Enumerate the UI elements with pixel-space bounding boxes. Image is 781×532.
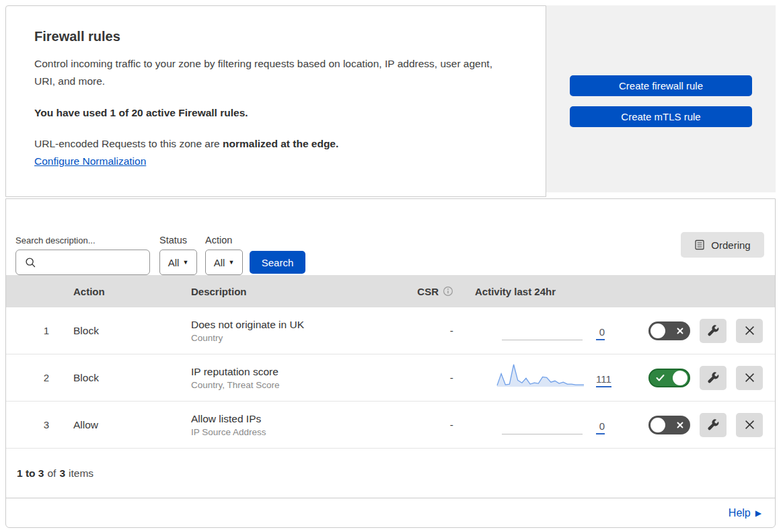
table-row: 3 Allow Allow listed IPs IP Source Addre… (6, 402, 775, 449)
normalization-note: URL-encoded Requests to this zone are no… (34, 138, 517, 150)
toggle-knob (650, 324, 665, 338)
table-header-row: Action Description CSR Activity last 24h… (6, 275, 775, 307)
rule-enabled-toggle[interactable] (648, 321, 690, 340)
rule-fields: Country (191, 333, 408, 343)
status-label: Status (159, 235, 197, 245)
delete-rule-button[interactable] (736, 319, 763, 343)
rule-fields: IP Source Address (191, 427, 408, 437)
rule-priority: 2 (6, 372, 73, 383)
help-label: Help (729, 507, 751, 519)
close-icon (745, 420, 755, 430)
rules-list-card: Search description... Status All ▼ Actio… (5, 198, 776, 528)
edit-rule-button[interactable] (700, 366, 727, 390)
column-header-action: Action (73, 286, 191, 297)
action-dropdown-value: All (214, 257, 225, 268)
rule-activity-cell: 0 (453, 402, 623, 448)
info-icon[interactable] (443, 286, 453, 297)
rule-enabled-toggle[interactable] (648, 369, 690, 387)
chevron-down-icon: ▼ (182, 259, 188, 266)
chevron-down-icon: ▼ (228, 259, 234, 266)
rule-controls (623, 413, 775, 437)
status-dropdown-value: All (168, 257, 180, 268)
column-header-description: Description (191, 286, 408, 297)
table-row: 2 Block IP reputation score Country, Thr… (6, 354, 775, 402)
configure-normalization-link[interactable]: Configure Normalization (34, 155, 146, 167)
csr-header-label: CSR (417, 286, 439, 297)
activity-count-link[interactable]: 0 (596, 420, 605, 434)
close-icon (745, 326, 755, 336)
rules-table-body: 1 Block Does not originate in UK Country… (6, 307, 775, 449)
activity-sparkline (496, 363, 585, 387)
rule-description-cell: Allow listed IPs IP Source Address (191, 413, 408, 437)
activity-sparkline (496, 410, 585, 434)
rule-enabled-toggle[interactable] (648, 416, 690, 434)
rule-csr-value: - (408, 419, 453, 431)
search-group: Search description... (15, 235, 150, 275)
create-mtls-rule-button[interactable]: Create mTLS rule (570, 106, 752, 127)
toggle-state-icon (677, 328, 683, 334)
rule-priority: 3 (6, 419, 73, 430)
rule-csr-value: - (408, 325, 453, 337)
pagination-of: of (47, 467, 56, 480)
page-title: Firewall rules (34, 29, 517, 44)
top-section: Firewall rules Control incoming traffic … (5, 5, 776, 197)
rule-description-cell: Does not originate in UK Country (191, 319, 408, 343)
edit-rule-button[interactable] (700, 319, 727, 343)
column-header-csr: CSR (408, 286, 453, 297)
search-label: Search description... (15, 235, 150, 245)
status-dropdown[interactable]: All ▼ (159, 250, 197, 275)
action-filter-group: Action All ▼ (205, 235, 243, 275)
activity-count-link[interactable]: 0 (596, 326, 605, 340)
toggle-knob (673, 371, 687, 385)
delete-rule-button[interactable] (736, 366, 763, 390)
rule-fields: Country, Threat Score (191, 380, 408, 390)
rule-action: Block (73, 372, 191, 384)
toggle-state-icon (656, 374, 665, 381)
pagination-total: 3 (59, 467, 65, 479)
create-firewall-rule-button[interactable]: Create firewall rule (570, 75, 752, 96)
ordering-button-label: Ordering (711, 239, 750, 251)
rule-controls (623, 366, 775, 390)
edit-rule-button[interactable] (700, 413, 727, 437)
firewall-rules-page: Firewall rules Control incoming traffic … (0, 0, 781, 528)
search-box[interactable] (15, 250, 150, 275)
status-filter-group: Status All ▼ (159, 235, 197, 275)
actions-panel: Create firewall rule Create mTLS rule (546, 5, 776, 192)
normalization-bold-text: normalized at the edge. (223, 138, 338, 149)
toggle-knob (650, 418, 665, 432)
arrow-right-icon: ▶ (755, 508, 761, 518)
rule-activity-cell: 111 (453, 354, 623, 401)
rule-csr-value: - (408, 372, 453, 384)
rule-description: Allow listed IPs (191, 413, 408, 425)
close-icon (745, 373, 755, 383)
toggle-state-icon (677, 422, 683, 428)
rule-activity-cell: 0 (453, 307, 623, 354)
help-bar: Help ▶ (6, 498, 775, 527)
usage-summary: You have used 1 of 20 active Firewall ru… (34, 107, 517, 119)
help-link[interactable]: Help ▶ (729, 507, 761, 519)
delete-rule-button[interactable] (736, 413, 763, 437)
activity-count-link[interactable]: 111 (596, 373, 611, 387)
page-description: Control incoming traffic to your zone by… (34, 55, 505, 89)
normalization-text: URL-encoded Requests to this zone are (34, 138, 223, 149)
rule-action: Allow (73, 419, 191, 431)
rule-description: Does not originate in UK (191, 319, 408, 331)
wrench-icon (707, 419, 719, 431)
pagination-items: items (69, 467, 94, 480)
column-header-activity: Activity last 24hr (453, 286, 623, 297)
ordering-list-icon (694, 239, 705, 250)
search-button[interactable]: Search (250, 251, 305, 274)
rule-description-cell: IP reputation score Country, Threat Scor… (191, 366, 408, 390)
action-dropdown[interactable]: All ▼ (205, 250, 243, 275)
ordering-button[interactable]: Ordering (681, 232, 764, 258)
table-row: 1 Block Does not originate in UK Country… (6, 307, 775, 354)
action-label: Action (205, 235, 243, 245)
rule-description: IP reputation score (191, 366, 408, 378)
wrench-icon (707, 325, 719, 337)
search-input[interactable] (42, 252, 163, 272)
activity-sparkline (496, 316, 585, 340)
rule-priority: 1 (6, 325, 73, 336)
pagination-range: 1 to 3 (17, 467, 44, 479)
rule-controls (623, 319, 775, 343)
intro-card: Firewall rules Control incoming traffic … (5, 5, 546, 197)
